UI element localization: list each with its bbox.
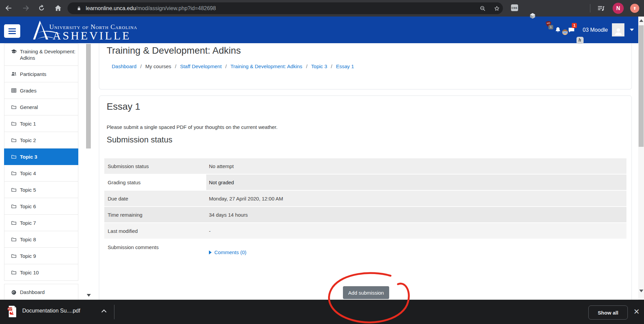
page-url[interactable]: learnonline.unca.edu/mod/assign/view.php… bbox=[86, 5, 216, 11]
assignment-description: Please submit a single spaced PDF of you… bbox=[107, 124, 277, 130]
table-row-last-modified: Last modified - bbox=[104, 223, 626, 239]
page-scrollbar-thumb[interactable] bbox=[639, 25, 644, 147]
breadcrumb: Dashboard/My courses/Staff Development/T… bbox=[112, 63, 354, 69]
course-nav-drawer: Training & Development: Adkins Participa… bbox=[4, 44, 78, 300]
sidebar-item-participants[interactable]: Participants bbox=[4, 66, 78, 82]
users-icon bbox=[11, 71, 17, 77]
sidebar-item-grades[interactable]: Grades bbox=[4, 82, 78, 99]
expand-triangle-icon bbox=[209, 250, 212, 254]
bookmark-star-icon[interactable] bbox=[493, 5, 500, 12]
submission-status-table: Submission status No attempt Grading sta… bbox=[104, 158, 626, 270]
table-row-grading-status: Grading status Not graded bbox=[104, 174, 626, 190]
assignment-card: Essay 1 Please submit a single spaced PD… bbox=[99, 96, 632, 312]
extension-cube-icon[interactable] bbox=[529, 12, 537, 20]
sidebar-scroll-down-icon[interactable] bbox=[87, 294, 91, 297]
lock-icon bbox=[76, 6, 82, 11]
downloads-bar: PDF Documentation Su....pdf Show all ✕ bbox=[0, 300, 644, 324]
downloaded-file-name[interactable]: Documentation Su....pdf bbox=[22, 308, 80, 314]
sidebar-item-topic-3[interactable]: Topic 3 bbox=[4, 148, 78, 165]
address-bar[interactable]: learnonline.unca.edu/mod/assign/view.php… bbox=[68, 2, 503, 14]
ublock-badge: 1 bbox=[548, 25, 553, 29]
show-all-downloads-button[interactable]: Show all bbox=[588, 305, 628, 320]
extension-css-icon[interactable]: CSS bbox=[510, 4, 518, 12]
breadcrumb-staff-development[interactable]: Staff Development bbox=[180, 63, 221, 69]
logged-in-username[interactable]: 03 Moodle bbox=[583, 27, 608, 33]
sidebar-item-topic-1[interactable]: Topic 1 bbox=[4, 115, 78, 132]
user-avatar[interactable] bbox=[612, 23, 624, 36]
breadcrumb-course[interactable]: Training & Development: Adkins bbox=[231, 63, 302, 69]
extension-ublock-icon[interactable]: uO 1 bbox=[544, 20, 553, 28]
downloads-bar-divider bbox=[114, 305, 114, 319]
sidebar-item-course[interactable]: Training & Development: Adkins bbox=[4, 44, 78, 66]
submission-status-heading: Submission status bbox=[107, 135, 172, 144]
folder-icon bbox=[11, 236, 17, 242]
folder-icon bbox=[11, 137, 17, 143]
table-row-submission-status: Submission status No attempt bbox=[104, 158, 626, 174]
svg-text:PDF: PDF bbox=[8, 308, 12, 310]
breadcrumb-my-courses: My courses bbox=[145, 63, 171, 69]
sidebar-item-topic-4[interactable]: Topic 4 bbox=[4, 165, 78, 182]
folder-icon bbox=[11, 203, 17, 209]
browser-back-button[interactable] bbox=[4, 4, 13, 12]
sidebar-item-topic-7[interactable]: Topic 7 bbox=[4, 215, 78, 231]
folder-icon bbox=[11, 220, 17, 226]
notifications-bell-icon[interactable] bbox=[554, 26, 562, 34]
browser-reload-button[interactable] bbox=[37, 4, 46, 12]
file-menu-chevron-up-icon[interactable] bbox=[101, 309, 107, 313]
scroll-down-icon[interactable] bbox=[639, 290, 643, 292]
folder-icon bbox=[11, 187, 17, 193]
breadcrumb-dashboard[interactable]: Dashboard bbox=[112, 63, 136, 69]
table-row-submission-comments: Submission comments Comments (0) bbox=[104, 239, 626, 270]
messages-badge: 1 bbox=[572, 23, 577, 28]
sidebar-scrollbar-thumb[interactable] bbox=[86, 44, 91, 148]
graduation-cap-icon bbox=[11, 49, 17, 55]
page-title: Training & Development: Adkins bbox=[107, 45, 241, 56]
folder-icon bbox=[11, 104, 17, 110]
toolbar-divider bbox=[590, 4, 590, 12]
browser-home-button[interactable] bbox=[54, 4, 62, 12]
pdf-file-icon: PDF bbox=[7, 305, 17, 318]
sidebar-item-dashboard[interactable]: Dashboard bbox=[4, 284, 78, 300]
zoom-out-icon[interactable] bbox=[479, 5, 486, 12]
sidebar-item-topic-2[interactable]: Topic 2 bbox=[4, 132, 78, 148]
sidebar-item-topic-8[interactable]: Topic 8 bbox=[4, 231, 78, 248]
browser-update-icon[interactable] bbox=[630, 4, 639, 13]
folder-icon bbox=[11, 170, 17, 176]
grades-table-icon bbox=[11, 87, 17, 93]
media-queue-icon[interactable] bbox=[597, 4, 605, 12]
close-downloads-bar-icon[interactable]: ✕ bbox=[632, 307, 641, 316]
page-header-card: Training & Development: Adkins Dashboard… bbox=[99, 40, 632, 89]
page-scrollbar[interactable] bbox=[638, 17, 644, 300]
browser-profile-avatar[interactable]: N bbox=[613, 3, 624, 14]
svg-text:uO: uO bbox=[547, 22, 550, 25]
table-row-due-date: Due date Monday, 27 April 2020, 12:00 AM bbox=[104, 191, 626, 206]
extension-honey-icon[interactable]: h bbox=[576, 36, 584, 44]
comments-link[interactable]: Comments (0) bbox=[209, 249, 246, 255]
folder-icon bbox=[11, 120, 17, 127]
browser-forward-button[interactable] bbox=[22, 4, 30, 12]
browser-toolbar: learnonline.unca.edu/mod/assign/view.php… bbox=[0, 0, 644, 17]
folder-icon bbox=[11, 253, 17, 259]
sidebar-item-topic-5[interactable]: Topic 5 bbox=[4, 182, 78, 198]
sidebar-item-general[interactable]: General bbox=[4, 99, 78, 115]
menu-toggle-button[interactable] bbox=[4, 24, 20, 38]
folder-icon bbox=[11, 269, 17, 275]
sidebar-item-topic-6[interactable]: Topic 6 bbox=[4, 198, 78, 215]
scroll-up-icon[interactable] bbox=[639, 19, 643, 22]
logo-line2: ASHEVILLE bbox=[53, 29, 131, 42]
sidebar-item-topic-10[interactable]: Topic 10 bbox=[4, 264, 78, 281]
unca-logo[interactable]: University of North Carolina ASHEVILLE bbox=[30, 18, 141, 42]
user-menu-caret-icon[interactable] bbox=[630, 29, 634, 31]
breadcrumb-topic-3[interactable]: Topic 3 bbox=[311, 63, 327, 69]
sidebar-item-topic-9[interactable]: Topic 9 bbox=[4, 248, 78, 264]
assignment-title: Essay 1 bbox=[107, 101, 140, 112]
dashboard-gauge-icon bbox=[11, 289, 17, 295]
breadcrumb-essay-1[interactable]: Essay 1 bbox=[336, 63, 354, 69]
table-row-time-remaining: Time remaining 34 days 14 hours bbox=[104, 207, 626, 222]
extension-face-icon[interactable] bbox=[561, 28, 569, 36]
folder-icon bbox=[11, 154, 17, 160]
add-submission-button[interactable]: Add submission bbox=[343, 286, 389, 299]
